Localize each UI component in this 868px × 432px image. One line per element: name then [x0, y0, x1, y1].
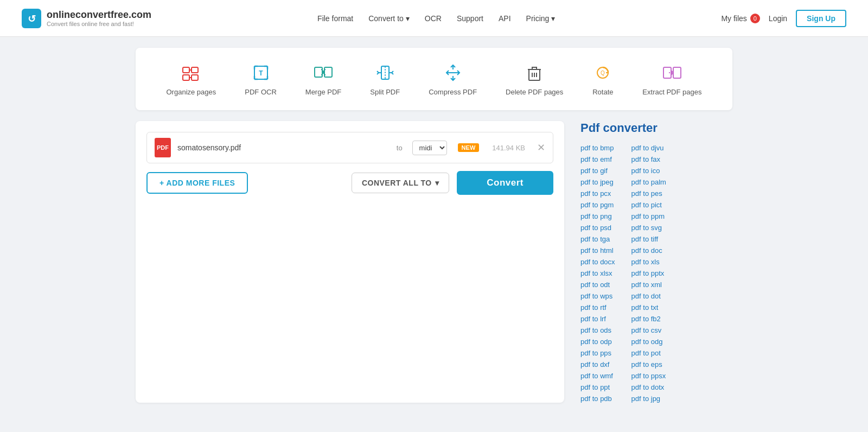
sidebar-link[interactable]: pdf to tga	[580, 235, 615, 243]
nav-file-format[interactable]: File format	[317, 14, 353, 23]
rotate-icon: Q	[592, 62, 614, 84]
sidebar-link[interactable]: pdf to emf	[580, 155, 615, 163]
tool-rotate[interactable]: Q Rotate	[585, 59, 620, 99]
tool-rotate-label: Rotate	[592, 88, 613, 96]
sidebar-link[interactable]: pdf to ppt	[580, 383, 615, 391]
delete-pdf-pages-icon	[524, 62, 545, 84]
tool-organize-pages[interactable]: Organize pages	[160, 59, 223, 99]
header-right: My files 0 Login Sign Up	[721, 10, 846, 27]
extract-pdf-pages-icon	[661, 62, 683, 84]
sidebar-link[interactable]: pdf to tiff	[631, 235, 666, 243]
add-more-files-button[interactable]: + ADD MORE FILES	[146, 172, 248, 194]
header: ↺ onlineconvertfree.com Convert files on…	[0, 0, 868, 37]
chevron-down-icon: ▾	[551, 14, 555, 23]
sidebar-col-2: pdf to djvupdf to faxpdf to icopdf to pa…	[631, 144, 666, 403]
signup-button[interactable]: Sign Up	[796, 10, 846, 27]
main-content: PDF somatosensory.pdf to midi mp3 wav og…	[136, 121, 732, 419]
sidebar-link[interactable]: pdf to dxf	[580, 360, 615, 369]
sidebar-link[interactable]: pdf to lrf	[580, 315, 615, 323]
sidebar-link[interactable]: pdf to jpg	[631, 395, 666, 403]
sidebar-link[interactable]: pdf to wmf	[580, 372, 615, 380]
login-button[interactable]: Login	[769, 14, 787, 23]
sidebar-link[interactable]: pdf to doc	[631, 246, 666, 255]
sidebar-link[interactable]: pdf to ods	[580, 326, 615, 334]
nav-ocr[interactable]: OCR	[425, 14, 442, 23]
tool-split-pdf-label: Split PDF	[370, 88, 400, 96]
convert-button[interactable]: Convert	[457, 171, 553, 195]
nav-pricing[interactable]: Pricing ▾	[526, 14, 556, 23]
nav-support[interactable]: Support	[457, 14, 483, 23]
logo-area: ↺ onlineconvertfree.com Convert files on…	[22, 9, 151, 28]
tool-compress-pdf[interactable]: Compress PDF	[422, 59, 483, 99]
sidebar-link[interactable]: pdf to xls	[631, 258, 666, 266]
sidebar-link[interactable]: pdf to pptx	[631, 269, 666, 277]
sidebar-link[interactable]: pdf to html	[580, 246, 615, 255]
sidebar-link[interactable]: pdf to jpeg	[580, 178, 615, 186]
sidebar-link[interactable]: pdf to pict	[631, 201, 666, 209]
sidebar-link[interactable]: pdf to txt	[631, 303, 666, 312]
svg-text:PDF: PDF	[157, 144, 169, 151]
sidebar-title: Pdf converter	[580, 121, 732, 135]
sidebar-link[interactable]: pdf to palm	[631, 178, 666, 186]
sidebar-link[interactable]: pdf to rtf	[580, 303, 615, 312]
main-nav: File format Convert to ▾ OCR Support API…	[317, 14, 555, 23]
sidebar-link[interactable]: pdf to pgm	[580, 201, 615, 209]
tool-merge-pdf[interactable]: Merge PDF	[299, 59, 348, 99]
tool-extract-pdf-pages-label: Extract PDF pages	[642, 88, 701, 96]
sidebar-link[interactable]: pdf to pcx	[580, 189, 615, 198]
svg-text:T: T	[259, 69, 263, 77]
sidebar-link[interactable]: pdf to ppsx	[631, 372, 666, 380]
sidebar-link[interactable]: pdf to pdb	[580, 395, 615, 403]
sidebar-link[interactable]: pdf to ico	[631, 167, 666, 175]
sidebar-link[interactable]: pdf to docx	[580, 258, 615, 266]
sidebar-link[interactable]: pdf to odp	[580, 338, 615, 346]
tool-merge-pdf-label: Merge PDF	[305, 88, 341, 96]
split-pdf-icon	[374, 62, 396, 84]
sidebar-link[interactable]: pdf to pot	[631, 349, 666, 357]
sidebar-link[interactable]: pdf to bmp	[580, 144, 615, 152]
sidebar-link[interactable]: pdf to pes	[631, 189, 666, 198]
sidebar-link[interactable]: pdf to svg	[631, 224, 666, 232]
sidebar-link[interactable]: pdf to xlsx	[580, 269, 615, 277]
svg-rect-9	[324, 67, 332, 77]
sidebar-link[interactable]: pdf to gif	[580, 167, 615, 175]
tool-extract-pdf-pages[interactable]: Extract PDF pages	[636, 59, 708, 99]
logo-tagline: Convert files online free and fast!	[47, 21, 151, 27]
tool-pdf-ocr[interactable]: T PDF OCR	[238, 59, 283, 99]
nav-api[interactable]: API	[499, 14, 511, 23]
sidebar-link[interactable]: pdf to odg	[631, 338, 666, 346]
tool-split-pdf[interactable]: Split PDF	[363, 59, 406, 99]
sidebar-link[interactable]: pdf to png	[580, 212, 615, 220]
sidebar-link[interactable]: pdf to eps	[631, 360, 666, 369]
merge-pdf-icon	[312, 62, 334, 84]
svg-rect-2	[183, 67, 189, 73]
sidebar-link[interactable]: pdf to wps	[580, 292, 615, 300]
svg-rect-5	[192, 75, 198, 80]
convert-all-button[interactable]: CONVERT ALL TO ▾	[352, 173, 449, 193]
sidebar-link[interactable]: pdf to pps	[580, 349, 615, 357]
sidebar-link[interactable]: pdf to fb2	[631, 315, 666, 323]
svg-rect-15	[673, 67, 681, 78]
sidebar-link[interactable]: pdf to ppm	[631, 212, 666, 220]
format-select[interactable]: midi mp3 wav ogg	[412, 141, 447, 155]
sidebar-link[interactable]: pdf to djvu	[631, 144, 666, 152]
tool-compress-pdf-label: Compress PDF	[429, 88, 477, 96]
sidebar-link[interactable]: pdf to odt	[580, 281, 615, 289]
sidebar-link[interactable]: pdf to xml	[631, 281, 666, 289]
sidebar-link[interactable]: pdf to dot	[631, 292, 666, 300]
tool-delete-pdf-pages[interactable]: Delete PDF pages	[499, 59, 570, 99]
chevron-down-icon: ▾	[435, 179, 439, 187]
svg-text:Q: Q	[601, 70, 605, 76]
sidebar-link[interactable]: pdf to fax	[631, 155, 666, 163]
close-file-button[interactable]: ✕	[537, 143, 545, 153]
logo-name: onlineconvertfree.com	[47, 9, 151, 21]
sidebar-link[interactable]: pdf to dotx	[631, 383, 666, 391]
nav-convert-to[interactable]: Convert to ▾	[368, 14, 410, 23]
file-name: somatosensory.pdf	[177, 143, 387, 152]
sidebar-link[interactable]: pdf to csv	[631, 326, 666, 334]
to-label: to	[397, 144, 403, 152]
sidebar-link[interactable]: pdf to psd	[580, 224, 615, 232]
chevron-down-icon: ▾	[406, 14, 410, 23]
my-files-button[interactable]: My files 0	[721, 14, 760, 23]
pdf-file-icon: PDF	[155, 138, 171, 157]
